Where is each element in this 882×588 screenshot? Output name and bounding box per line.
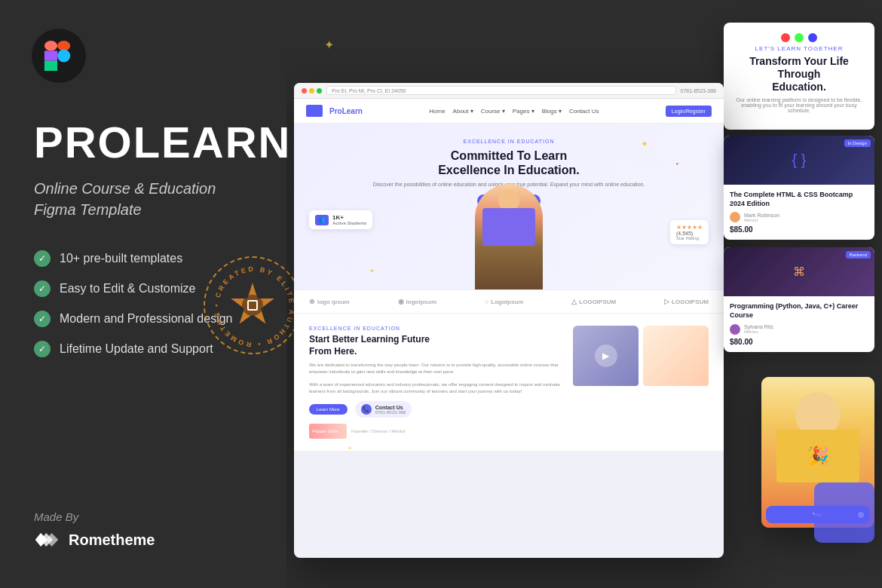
logo-1: ⊕ logo ipsum	[309, 298, 350, 305]
section2-desc2: With a team of experienced educators and…	[309, 381, 564, 395]
author-avatar-1	[730, 212, 740, 222]
top-card-title: Transform Your Life Through Education.	[734, 55, 864, 93]
rating-badge: ★★★★★ (4,545) Star Rating	[670, 220, 709, 244]
course-cards-panel: { } In Design The Complete HTML & CSS Bo…	[724, 136, 874, 352]
made-by-label: Made By	[34, 510, 260, 523]
course-card-1-title: The Complete HTML & CSS Bootcamp 2024 Ed…	[730, 191, 868, 208]
section2-title: Start Better Learning Future From Here.	[309, 334, 564, 357]
student-label: Active Students	[332, 221, 366, 225]
section2-left: EXCELLENCE IN EDUCATION Start Better Lea…	[309, 326, 564, 439]
section2-desc1: We are dedicated to transforming the way…	[309, 362, 564, 375]
left-panel: PROLEARN Online Course & Education Figma…	[0, 0, 294, 588]
hero-student-figure	[475, 184, 543, 289]
html-css-icon: { }	[792, 152, 807, 169]
celebration-emoji: 🎉	[807, 446, 829, 467]
course-card-1-badge: In Design	[844, 139, 871, 147]
preview-nav-cta: Login/Register	[666, 106, 712, 117]
top-right-preview-card: LET'S LEARN TOGETHER Transform Your Life…	[724, 23, 874, 130]
browser-address-bar: Pro El, Pro Mi, Pro CI, El 24050 0781-85…	[294, 83, 724, 99]
course-card-1: { } In Design The Complete HTML & CSS Bo…	[724, 136, 874, 240]
course-card-2-title: Programming (Python, Java, C+) Career Co…	[730, 302, 868, 320]
rating-count: (4,545)	[676, 231, 703, 236]
course-card-1-image: { } In Design	[724, 136, 874, 185]
author-avatar-2	[730, 324, 740, 335]
logo-3: ○ Logoipsum	[485, 298, 524, 305]
course-card-1-body: The Complete HTML & CSS Bootcamp 2024 Ed…	[724, 185, 874, 240]
play-button-1: ▶	[595, 345, 617, 367]
sparkle-1: ✦	[641, 139, 648, 149]
brand-title: PROLEARN	[34, 121, 260, 164]
course-card-1-price: $85.00	[730, 225, 753, 234]
logo-5: ▷ LOGOIPSUM	[664, 298, 709, 305]
preview-section2: EXCELLENCE IN EDUCATION Start Better Lea…	[294, 314, 724, 451]
logos-strip: ⊕ logo ipsum ◉ logoipsum ○ Logoipsum △ L…	[294, 289, 724, 314]
right-panel: LET'S LEARN TOGETHER Transform Your Life…	[286, 0, 882, 588]
svg-point-9	[57, 49, 70, 62]
course-card-2: ⌘ Backend Programming (Python, Java, C+)…	[724, 247, 874, 351]
check-icon-3: ✓	[34, 311, 51, 327]
svg-rect-6	[44, 51, 57, 60]
check-icon-1: ✓	[34, 250, 51, 267]
preview-hero-section: EXCELLENCE IN EDUCATION Committed To Lea…	[294, 124, 724, 289]
purple-accent-square	[814, 482, 874, 543]
hero-title: Committed To Learn Excellence In Educati…	[309, 149, 709, 177]
course-card-2-image: ⌘ Backend	[724, 247, 874, 296]
section2-badge: EXCELLENCE IN EDUCATION	[309, 326, 564, 331]
hero-badge: EXCELLENCE IN EDUCATION	[309, 139, 709, 144]
logo-4: △ LOGOIPSUM	[571, 298, 616, 305]
course-card-1-author: Mark Robinson Mentor	[730, 212, 868, 222]
signature-area: Pepper Della Founder / Director / Mentor	[309, 424, 564, 439]
star-rating-stars: ★★★★★	[676, 224, 703, 231]
top-card-tagline: LET'S LEARN TOGETHER	[734, 45, 864, 52]
svg-rect-7	[44, 61, 57, 71]
course-card-2-body: Programming (Python, Java, C+) Career Co…	[724, 296, 874, 351]
figma-logo-display	[32, 29, 86, 83]
svg-rect-5	[44, 41, 57, 51]
svg-rect-8	[57, 41, 70, 51]
check-icon-2: ✓	[34, 280, 51, 297]
section2-contact: 📞 Contact Us 0761-8523-388	[355, 401, 412, 418]
signature-role: Founder / Director / Mentor	[351, 429, 406, 433]
python-icon: ⌘	[793, 265, 805, 279]
section2-learn-more: Learn More	[309, 404, 348, 415]
student-icon: 👥	[315, 215, 329, 225]
course-card-2-author: Sylvana Ritz Mentor	[730, 324, 868, 335]
right-sparkle-2: ✦	[347, 444, 353, 452]
preview-nav-logo: ProLearn	[306, 105, 363, 117]
top-card-description: Our online learning platform is designed…	[734, 97, 864, 113]
logo-2: ◉ logoipsum	[398, 298, 436, 305]
preview-navbar: ProLearn Home About ▾ Course ▾ Pages ▾ B…	[294, 99, 724, 124]
social-icons	[734, 33, 864, 42]
course-card-2-price: $80.00	[730, 338, 753, 346]
right-sparkle-1: ✦	[324, 38, 334, 52]
section2-img2	[643, 326, 709, 439]
contact-icon: 📞	[361, 404, 372, 415]
course-card-1-footer: $85.00	[730, 225, 868, 234]
student-count-badge: 👥 1K+ Active Students	[309, 210, 372, 229]
dot-1: ●	[675, 161, 678, 166]
rometheme-logo: Rometheme	[34, 529, 260, 550]
brand-subtitle: Online Course & Education Figma Template	[34, 178, 260, 220]
preview-nav-links: Home About ▾ Course ▾ Pages ▾ Blogs ▾ Co…	[429, 108, 599, 115]
section2-img1: ▶	[573, 326, 639, 439]
rating-label: Star Rating	[676, 236, 703, 240]
course-card-2-footer: $80.00	[730, 338, 868, 346]
check-icon-4: ✓	[34, 341, 51, 357]
sparkle-2: ✦	[369, 268, 375, 274]
section2-images: ▶	[573, 326, 709, 439]
student-count: 1K+	[332, 214, 366, 221]
course-card-2-badge: Backend	[846, 251, 871, 259]
main-preview-website: Pro El, Pro Mi, Pro CI, El 24050 0781-85…	[294, 83, 724, 558]
